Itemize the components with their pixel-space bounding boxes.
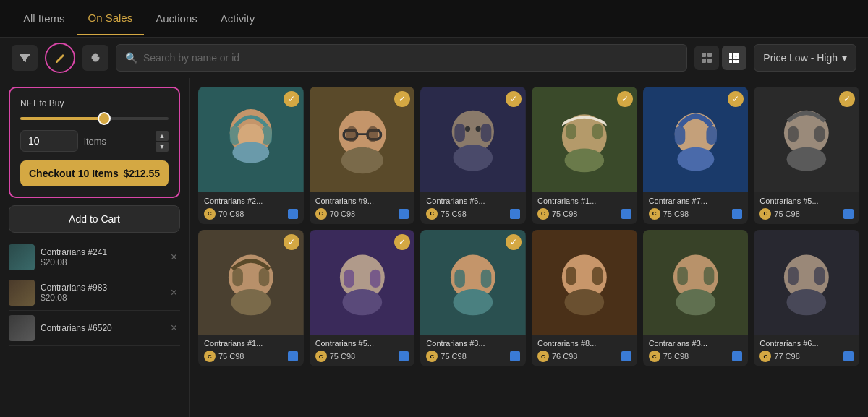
c98-icon-1: C <box>315 208 327 220</box>
nft-image-2: ✓ <box>420 87 526 192</box>
svg-rect-12 <box>736 60 739 63</box>
c98-icon-3: C <box>537 208 549 220</box>
chain-icon-10 <box>732 351 742 361</box>
svg-rect-37 <box>592 124 603 139</box>
nft-info-3: Contrarians #1... C 75 C98 <box>532 192 637 224</box>
nft-image-3: ✓ <box>532 87 637 192</box>
svg-rect-6 <box>736 53 739 56</box>
cart-item-price-0: $20.08 <box>41 257 162 267</box>
nft-card-1[interactable]: ✓ Contrarians #9... C 70 C98 <box>310 87 415 224</box>
cart-item-info-0: Contrarians #241 $20.08 <box>41 247 162 267</box>
tab-all-items[interactable]: All Items <box>12 2 77 35</box>
c98-icon-9: C <box>537 351 549 362</box>
nft-price-row-11: C 77 C98 <box>760 351 854 362</box>
nft-image-6: ✓ <box>198 230 304 335</box>
nft-card-9[interactable]: Contrarians #8... C 76 C98 <box>532 230 637 367</box>
nft-card-11[interactable]: Contrarians #6... C 77 C98 <box>754 230 859 367</box>
nft-card-5[interactable]: ✓ Contrarians #5... C 75 C98 <box>754 87 859 224</box>
search-input[interactable] <box>143 52 678 64</box>
tab-activity[interactable]: Activity <box>209 2 267 35</box>
stepper-down[interactable]: ▼ <box>156 142 169 152</box>
svg-rect-78 <box>814 267 825 285</box>
cart-item-info-2: Contrarians #6520 <box>41 323 162 333</box>
c98-icon-2: C <box>426 208 438 220</box>
sort-dropdown[interactable]: Price Low - High ▾ <box>754 44 856 72</box>
slider-thumb[interactable] <box>98 112 111 125</box>
tab-auctions[interactable]: Auctions <box>144 2 209 35</box>
chain-icon-11 <box>843 351 854 361</box>
c98-icon-0: C <box>204 208 216 220</box>
chain-icon-7 <box>399 351 409 361</box>
cart-remove-2[interactable]: × <box>168 320 180 336</box>
checkout-button[interactable]: Checkout 10 Items $212.55 <box>20 160 169 186</box>
nft-price-row-4: C 75 C98 <box>649 208 743 220</box>
nft-price-7: 75 C98 <box>330 352 355 361</box>
svg-rect-11 <box>733 60 736 63</box>
svg-rect-5 <box>733 53 736 56</box>
quantity-slider[interactable] <box>20 117 169 120</box>
grid-small-btn[interactable] <box>722 46 746 70</box>
nft-card-0[interactable]: ✓ Contrarians #2... C 70 C98 <box>198 87 304 224</box>
filter-icon[interactable] <box>12 45 38 71</box>
nft-card-10[interactable]: Contrarians #3... C 76 C98 <box>643 230 749 367</box>
svg-point-43 <box>677 147 714 171</box>
nft-selected-badge-5: ✓ <box>839 91 855 107</box>
svg-rect-29 <box>455 124 466 142</box>
nft-image-4: ✓ <box>643 87 749 192</box>
svg-point-32 <box>465 126 470 132</box>
chain-icon-5 <box>843 209 854 219</box>
cart-item-name-2: Contrarians #6520 <box>41 323 162 333</box>
nft-card-3[interactable]: ✓ Contrarians #1... C 75 C98 <box>532 87 637 224</box>
nft-image-10 <box>643 230 749 335</box>
chain-icon-4 <box>732 209 742 219</box>
svg-rect-1 <box>707 53 712 57</box>
nft-price-3: 75 C98 <box>552 210 577 218</box>
cart-remove-1[interactable]: × <box>168 285 180 301</box>
c98-icon-11: C <box>760 351 771 362</box>
svg-rect-67 <box>566 267 576 285</box>
nft-name-9: Contrarians #8... <box>537 339 631 348</box>
nft-selected-badge-6: ✓ <box>284 234 299 250</box>
nft-card-4[interactable]: ✓ Contrarians #7... C 75 C98 <box>643 87 749 224</box>
tab-on-sales[interactable]: On Sales <box>77 1 145 35</box>
nft-name-0: Contrarians #2... <box>204 197 298 205</box>
cart-item-1: Contrarians #983 $20.08 × <box>9 275 180 311</box>
nft-price-row-2: C 75 C98 <box>426 208 520 220</box>
checkout-label: Checkout 10 Items <box>29 168 119 179</box>
nft-info-10: Contrarians #3... C 76 C98 <box>643 335 749 366</box>
svg-point-31 <box>454 145 493 171</box>
add-to-cart-button[interactable]: Add to Cart <box>9 205 180 233</box>
chain-icon-3 <box>621 209 631 219</box>
svg-rect-36 <box>566 124 576 139</box>
slider-fill <box>20 117 102 120</box>
svg-rect-46 <box>788 126 799 142</box>
svg-rect-2 <box>702 59 706 63</box>
eraser-icon[interactable] <box>45 43 75 73</box>
svg-rect-4 <box>729 53 732 56</box>
nft-price-row-8: C 75 C98 <box>426 351 520 362</box>
chevron-down-icon: ▾ <box>842 52 847 64</box>
sort-label: Price Low - High <box>763 52 838 64</box>
nft-card-6[interactable]: ✓ Contrarians #1... C 75 C98 <box>198 230 304 367</box>
nft-image-11 <box>754 230 859 335</box>
svg-rect-52 <box>259 267 270 285</box>
svg-rect-8 <box>733 56 736 59</box>
search-bar[interactable]: 🔍 <box>116 44 687 72</box>
c98-icon-4: C <box>649 208 660 220</box>
svg-rect-47 <box>814 126 825 142</box>
nft-card-2[interactable]: ✓ Contrarians #6... C 75 C98 <box>420 87 526 224</box>
nft-name-1: Contrarians #9... <box>315 197 409 205</box>
nft-card-8[interactable]: ✓ Contrarians #3... C 75 C98 <box>420 230 526 367</box>
nft-info-9: Contrarians #8... C 76 C98 <box>532 335 637 366</box>
quantity-stepper[interactable]: ▲ ▼ <box>156 131 169 152</box>
grid-large-btn[interactable] <box>694 46 719 70</box>
stepper-up[interactable]: ▲ <box>156 131 169 141</box>
cart-remove-0[interactable]: × <box>168 249 180 265</box>
refresh-icon[interactable] <box>82 45 109 71</box>
cart-list: Contrarians #241 $20.08 × Contrarians #9… <box>9 240 180 346</box>
chain-icon-0 <box>288 209 298 219</box>
nft-card-7[interactable]: ✓ Contrarians #5... C 75 C98 <box>310 230 415 367</box>
c98-icon-5: C <box>760 208 771 220</box>
quantity-input[interactable] <box>20 130 78 152</box>
nft-image-5: ✓ <box>754 87 859 192</box>
